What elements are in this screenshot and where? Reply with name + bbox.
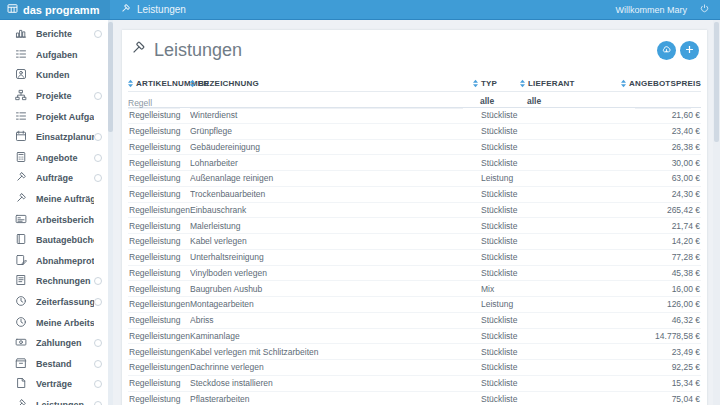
gavel-icon xyxy=(130,40,146,61)
filter-artikelnummer-input[interactable] xyxy=(128,98,180,109)
sidebar-item-zahlungen[interactable]: Zahlungen xyxy=(0,333,108,354)
sidebar-item-vertr-ge[interactable]: Verträge xyxy=(0,374,108,395)
filter-lieferant-select[interactable]: alle xyxy=(520,96,635,106)
cell-typ: Stückliste xyxy=(473,362,520,372)
cell-artikelnummer: Regelleistungen xyxy=(128,362,190,372)
sidebar-item-abnahmeprotokolle[interactable]: Abnahmeprotokolle xyxy=(0,251,108,272)
table-row[interactable]: Regelleistungen Kabel verlegen mit Schli… xyxy=(128,344,701,360)
cell-angebotspreis: 23,40 € xyxy=(635,126,701,136)
filter-typ-select[interactable]: alle xyxy=(473,96,520,106)
sidebar-item-kunden[interactable]: Kunden xyxy=(0,65,108,86)
column-header-lieferant[interactable]: LIEFERANT xyxy=(520,79,635,88)
info-icon xyxy=(94,133,102,141)
cell-bezeichnung: Außenanlage reinigen xyxy=(190,173,473,183)
export-button[interactable] xyxy=(657,41,676,60)
sidebar-item-label: Einsatzplanung xyxy=(36,132,94,142)
column-header-angebotspreis[interactable]: ANGEBOTSPREIS xyxy=(635,79,701,88)
page-scrollbar xyxy=(713,20,720,405)
info-icon xyxy=(94,360,102,368)
cell-artikelnummer: Regelleistung xyxy=(128,189,190,199)
cell-artikelnummer: Regelleistung xyxy=(128,315,190,325)
sort-icon xyxy=(621,79,626,88)
sort-icon xyxy=(520,79,525,88)
sidebar-item-projekte[interactable]: Projekte xyxy=(0,86,108,107)
sidebar-item-label: Arbeitsberichte xyxy=(36,215,94,225)
sidebar-item-zeiterfassung[interactable]: Zeiterfassung xyxy=(0,292,108,313)
table-row[interactable]: Regelleistung Abriss Stückliste 46,32 € xyxy=(128,313,701,329)
money-icon xyxy=(15,334,27,352)
page-title: Leistungen xyxy=(130,40,657,61)
cell-artikelnummer: Regelleistung xyxy=(128,126,190,136)
sidebar-item-rechnungen[interactable]: Rechnungen xyxy=(0,271,108,292)
sidebar-item-projekt-aufgaben[interactable]: Projekt Aufgaben xyxy=(0,106,108,127)
sidebar-item-leistungen[interactable]: Leistungen xyxy=(0,395,108,405)
table-row[interactable]: Regelleistung Trockenbauarbeiten Stückli… xyxy=(128,187,701,203)
sidebar-item-berichte[interactable]: Berichte xyxy=(0,24,108,45)
table-row[interactable]: Regelleistung Außenanlage reinigen Leist… xyxy=(128,171,701,187)
filter-bezeichnung-input[interactable] xyxy=(190,98,463,109)
column-header-typ[interactable]: TYP xyxy=(473,79,520,88)
table-row[interactable]: Regelleistung Pflasterarbeiten Stücklist… xyxy=(128,392,701,405)
table-row[interactable]: Regelleistung Kabel verlegen Stückliste … xyxy=(128,234,701,250)
sidebar-item-label: Aufträge xyxy=(36,173,94,183)
cell-bezeichnung: Abriss xyxy=(190,315,473,325)
info-icon xyxy=(94,174,102,182)
table-row[interactable]: Regelleistungen Kaminanlage Stückliste 1… xyxy=(128,329,701,345)
sidebar: Berichte Aufgaben Kunden Projekte Projek… xyxy=(0,20,108,405)
sidebar-item-aufgaben[interactable]: Aufgaben xyxy=(0,45,108,66)
table-row[interactable]: Regelleistung Malerleistung Stückliste 2… xyxy=(128,218,701,234)
column-header-bezeichnung[interactable]: BEZEICHNUNG xyxy=(190,79,473,88)
sidebar-item-meine-arbeitszeiten[interactable]: Meine Arbeitszeiten xyxy=(0,312,108,333)
table-row[interactable]: Regelleistungen Montagearbeiten Leistung… xyxy=(128,297,701,313)
table-row[interactable]: Regelleistung Winterdienst Stückliste 21… xyxy=(128,108,701,124)
info-icon xyxy=(94,30,102,38)
inventory-icon xyxy=(15,355,27,373)
app-logo[interactable]: das programm xyxy=(0,0,110,19)
sidebar-item-arbeitsberichte[interactable]: Arbeitsberichte xyxy=(0,209,108,230)
cell-bezeichnung: Malerleistung xyxy=(190,221,473,231)
cell-artikelnummer: Regelleistung xyxy=(128,378,190,388)
clock-icon xyxy=(15,293,27,311)
table-row[interactable]: Regelleistung Baugruben Aushub Mix 16,00… xyxy=(128,281,701,297)
cell-bezeichnung: Kaminanlage xyxy=(190,331,473,341)
sidebar-item-label: Angebote xyxy=(36,153,94,163)
cell-angebotspreis: 265,42 € xyxy=(635,205,701,215)
cell-bezeichnung: Steckdose installieren xyxy=(190,378,473,388)
column-header-artikelnummer[interactable]: ARTIKELNUMMER xyxy=(128,79,190,88)
table-row[interactable]: Regelleistung Vinylboden verlegen Stückl… xyxy=(128,266,701,282)
sidebar-item-einsatzplanung[interactable]: Einsatzplanung xyxy=(0,127,108,148)
filter-angebotspreis-input[interactable] xyxy=(635,98,691,109)
cell-typ: Stückliste xyxy=(473,268,520,278)
sidebar-item-bautageb-cher[interactable]: Bautagebücher xyxy=(0,230,108,251)
table-row[interactable]: Regelleistung Steckdose installieren Stü… xyxy=(128,376,701,392)
table-row[interactable]: Regelleistung Lohnarbeiter Stückliste 30… xyxy=(128,155,701,171)
logout-power-icon[interactable] xyxy=(699,3,710,16)
table-row[interactable]: Regelleistungen Einbauschrank Stückliste… xyxy=(128,203,701,219)
sidebar-item-label: Meine Aufträge xyxy=(36,194,94,204)
add-button[interactable] xyxy=(680,41,699,60)
table-row[interactable]: Regelleistung Unterhaltsreinigung Stückl… xyxy=(128,250,701,266)
table-header-row: ARTIKELNUMMER BEZEICHNUNG TYP LIEFERANT … xyxy=(128,75,701,92)
sitemap-icon xyxy=(15,87,27,105)
welcome-text: Willkommen Mary xyxy=(615,5,687,15)
sidebar-item-label: Rechnungen xyxy=(36,276,94,286)
sidebar-item-angebote[interactable]: Angebote xyxy=(0,148,108,169)
info-icon xyxy=(94,298,102,306)
topbar-page-title: Leistungen xyxy=(110,0,615,19)
sidebar-item-meine-auftr-ge[interactable]: Meine Aufträge xyxy=(0,189,108,210)
cell-typ: Stückliste xyxy=(473,236,520,246)
table-row[interactable]: Regelleistung Gebäudereinigung Stücklist… xyxy=(128,140,701,156)
cell-bezeichnung: Trockenbauarbeiten xyxy=(190,189,473,199)
leistungen-table: ARTIKELNUMMER BEZEICHNUNG TYP LIEFERANT … xyxy=(128,75,701,405)
table-row[interactable]: Regelleistungen Dachrinne verlegen Stück… xyxy=(128,360,701,376)
cell-angebotspreis: 75,04 € xyxy=(635,394,701,404)
cell-typ: Stückliste xyxy=(473,394,520,404)
sidebar-item-auftr-ge[interactable]: Aufträge xyxy=(0,168,108,189)
table-row[interactable]: Regelleistung Grünpflege Stückliste 23,4… xyxy=(128,124,701,140)
cell-angebotspreis: 30,00 € xyxy=(635,158,701,168)
info-icon xyxy=(94,401,102,405)
sidebar-item-bestand[interactable]: Bestand xyxy=(0,354,108,375)
page-title-text: Leistungen xyxy=(154,40,242,61)
cell-typ: Stückliste xyxy=(473,221,520,231)
page-scrollbar-thumb[interactable] xyxy=(714,22,719,142)
